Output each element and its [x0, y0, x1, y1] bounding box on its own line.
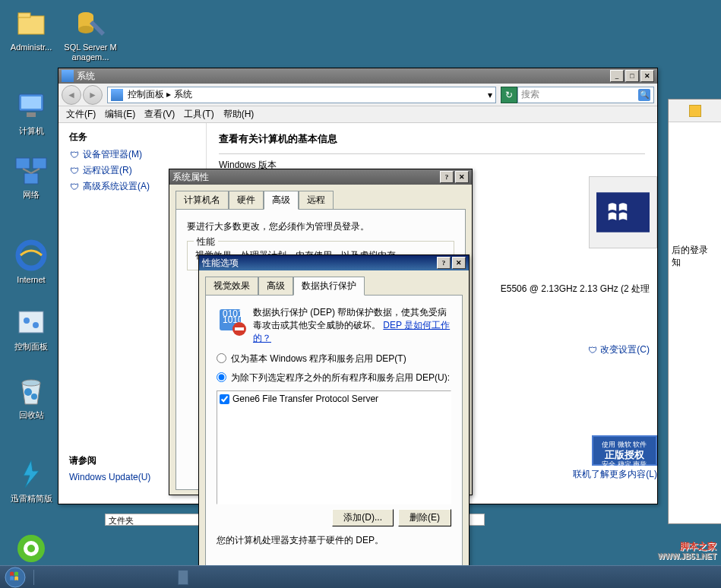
- svg-rect-8: [16, 158, 30, 169]
- tasks-header: 任务: [69, 131, 195, 144]
- genuine-badge: 使用 微软 软件 正版授权 安全 稳定 声誉: [592, 435, 657, 466]
- svg-rect-28: [235, 327, 244, 330]
- svg-line-12: [31, 169, 40, 173]
- close-button[interactable]: ✕: [640, 70, 654, 82]
- svg-rect-10: [24, 173, 38, 184]
- computer-icon: [13, 88, 49, 125]
- system-titlebar[interactable]: 系统 _ □ ✕: [59, 68, 657, 84]
- shield-icon: 🛡: [69, 182, 80, 192]
- perf-titlebar[interactable]: 性能选项 ? ✕: [199, 255, 469, 270]
- desktop-icon-computer[interactable]: 计算机: [5, 88, 58, 136]
- tab-hardware[interactable]: 硬件: [229, 191, 264, 209]
- radio-dep-all-label[interactable]: 为除下列选定程序之外的所有程序和服务启用 DEP(U):: [231, 371, 450, 384]
- perf-help-button[interactable]: ?: [437, 257, 451, 269]
- minimize-button[interactable]: _: [610, 70, 624, 82]
- start-button[interactable]: [0, 566, 30, 589]
- taskbar-item[interactable]: [178, 570, 188, 585]
- search-icon[interactable]: 🔍: [638, 89, 650, 101]
- dep-icon: 01011010: [217, 306, 247, 337]
- nav-forward-button[interactable]: ►: [83, 85, 103, 105]
- network-icon: [13, 152, 49, 188]
- 360-icon: [13, 530, 49, 567]
- radio-dep-basic-label[interactable]: 仅为基本 Windows 程序和服务启用 DEP(T): [231, 352, 406, 365]
- svg-rect-14: [19, 311, 43, 333]
- maximize-button[interactable]: □: [625, 70, 639, 82]
- radio-dep-basic[interactable]: [217, 353, 226, 363]
- menu-view[interactable]: 查看(V): [140, 106, 179, 122]
- ie-icon: [13, 237, 49, 273]
- background-window: 后的登录 知: [668, 99, 721, 524]
- sql-icon: [72, 5, 109, 41]
- learn-more-link[interactable]: 联机了解更多内容(L): [573, 468, 657, 481]
- props-titlebar[interactable]: 系统属性 ? ✕: [169, 169, 472, 185]
- shield-icon: 🛡: [588, 345, 597, 356]
- svg-point-18: [24, 388, 32, 396]
- tab-advanced[interactable]: 高级: [264, 191, 299, 210]
- svg-point-19: [31, 394, 37, 400]
- list-item[interactable]: Gene6 File Transfer Protocol Server: [219, 393, 449, 405]
- change-settings-link[interactable]: 🛡改变设置(C): [588, 343, 650, 356]
- desktop-icon-administrator[interactable]: Administr...: [5, 5, 58, 52]
- dep-description: 数据执行保护 (DEP) 帮助保护数据，使其免受病毒攻击或其他安全威胁的破坏。 …: [253, 306, 451, 345]
- tab-perf-advanced[interactable]: 高级: [258, 277, 293, 295]
- perf-close-button[interactable]: ✕: [452, 257, 466, 269]
- controlpanel-icon: [13, 304, 49, 340]
- shield-icon: 🛡: [69, 150, 80, 160]
- tab-remote[interactable]: 远程: [299, 191, 334, 209]
- props-close-button[interactable]: ✕: [455, 171, 469, 183]
- svg-point-15: [24, 318, 30, 324]
- xunlei-icon: [13, 456, 49, 492]
- go-button[interactable]: ↻: [501, 87, 517, 103]
- remove-button[interactable]: 删除(E): [398, 509, 451, 526]
- props-help-button[interactable]: ?: [440, 171, 454, 183]
- svg-rect-7: [27, 112, 36, 117]
- svg-line-11: [23, 169, 31, 173]
- menu-tools[interactable]: 工具(T): [179, 106, 218, 122]
- desktop-icon-controlpanel[interactable]: 控制面板: [5, 304, 58, 352]
- nav-back-button[interactable]: ◄: [62, 85, 81, 105]
- shield-icon: 🛡: [69, 166, 80, 176]
- desktop-icon-network[interactable]: 网络: [5, 152, 58, 200]
- menubar: 文件(F) 编辑(E) 查看(V) 工具(T) 帮助(H): [59, 106, 657, 123]
- search-box[interactable]: 搜索 🔍: [517, 87, 654, 103]
- desktop-icon-recyclebin[interactable]: 回收站: [5, 372, 58, 420]
- svg-rect-9: [33, 158, 46, 169]
- desktop-icon-xunlei[interactable]: 迅雷精简版: [5, 456, 58, 504]
- address-bar[interactable]: 控制面板 ▸ 系统 ▾: [107, 87, 496, 103]
- menu-file[interactable]: 文件(F): [62, 106, 100, 122]
- tab-computer-name[interactable]: 计算机名: [176, 191, 229, 209]
- dep-exception-list[interactable]: Gene6 File Transfer Protocol Server: [217, 390, 451, 504]
- taskbar[interactable]: [0, 565, 721, 588]
- desktop-icon-360[interactable]: [5, 530, 58, 568]
- cpu-info: E5506 @ 2.13GHz 2.13 GHz (2 处理: [501, 283, 650, 296]
- svg-rect-6: [21, 96, 41, 109]
- dep-footnote: 您的计算机处理器支持基于硬件的 DEP。: [217, 534, 451, 547]
- svg-point-4: [78, 26, 93, 33]
- performance-options-dialog: 性能选项 ? ✕ 视觉效果 高级 数据执行保护 01011010 数据执行保护 …: [198, 254, 470, 581]
- desktop-icon-sqlserver[interactable]: SQL Server Managem...: [64, 5, 117, 62]
- svg-point-17: [22, 380, 40, 386]
- radio-dep-all-except[interactable]: [217, 372, 226, 382]
- link-device-manager[interactable]: 🛡设备管理器(M): [69, 148, 195, 161]
- system-window-icon: [62, 70, 74, 82]
- page-heading: 查看有关计算机的基本信息: [219, 132, 645, 146]
- svg-rect-0: [18, 16, 44, 34]
- performance-group-label: 性能: [194, 236, 218, 248]
- windows-logo-panel: [589, 176, 657, 248]
- add-button[interactable]: 添加(D)...: [332, 509, 394, 526]
- list-item-checkbox[interactable]: [220, 394, 229, 404]
- recyclebin-icon: [13, 372, 49, 409]
- watermark: 脚本之家 WWW.JB51.NET: [658, 541, 716, 562]
- svg-point-16: [33, 322, 39, 328]
- tab-dep[interactable]: 数据执行保护: [293, 277, 365, 296]
- tab-visual-effects[interactable]: 视觉效果: [205, 277, 258, 295]
- admin-note: 要进行大多数更改，您必须作为管理员登录。: [187, 220, 454, 233]
- menu-edit[interactable]: 编辑(E): [100, 106, 140, 122]
- svg-rect-1: [18, 13, 30, 17]
- folder-user-icon: [13, 5, 49, 41]
- svg-point-22: [27, 545, 35, 552]
- menu-help[interactable]: 帮助(H): [219, 106, 259, 122]
- address-icon: [111, 89, 123, 101]
- desktop-icon-ie[interactable]: Internet: [5, 237, 58, 285]
